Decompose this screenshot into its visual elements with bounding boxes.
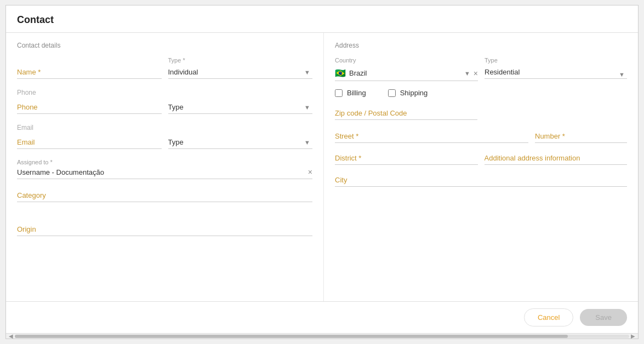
origin-group: [17, 212, 312, 236]
district-input[interactable]: [335, 152, 478, 165]
country-value[interactable]: 🇧🇷 Brazil ▼ ×: [335, 66, 478, 81]
phone-group: [17, 101, 162, 114]
address-type-select[interactable]: Residential Commercial: [485, 66, 627, 79]
save-button[interactable]: Save: [580, 309, 627, 326]
number-field: [535, 130, 627, 143]
street-number-row: [335, 130, 627, 143]
billing-checkbox-item: Billing: [335, 89, 366, 97]
name-input[interactable]: [17, 66, 162, 79]
phone-type-select[interactable]: Type Mobile Home Work: [168, 101, 313, 114]
type-select[interactable]: Individual Company: [168, 66, 313, 79]
phone-section-label: Phone: [17, 89, 312, 96]
email-group: [17, 136, 162, 149]
shipping-label: Shipping: [400, 89, 428, 97]
contact-details-label: Contact details: [17, 42, 312, 49]
left-panel: Contact details Type * Individual Compan…: [6, 33, 324, 301]
phone-input[interactable]: [17, 101, 162, 114]
billing-label: Billing: [347, 89, 366, 97]
phone-type-select-wrapper: Type Mobile Home Work ▼: [168, 101, 313, 114]
category-group: [17, 189, 312, 202]
district-additional-row: [335, 152, 627, 165]
district-field: [335, 152, 478, 165]
number-input[interactable]: [535, 130, 627, 143]
modal-title: Contact: [17, 14, 54, 25]
street-input[interactable]: [335, 130, 528, 143]
modal-body: Contact details Type * Individual Compan…: [6, 33, 638, 301]
zip-row: [335, 107, 627, 120]
additional-field: [485, 152, 628, 165]
zip-input[interactable]: [335, 107, 477, 120]
name-type-row: Type * Individual Company ▼: [17, 57, 312, 79]
street-field: [335, 130, 528, 143]
email-type-select[interactable]: Type Personal Work: [168, 136, 313, 149]
shipping-checkbox-item: Shipping: [388, 89, 428, 97]
scrollbar-thumb[interactable]: [15, 335, 568, 338]
scroll-left-icon[interactable]: ◀: [7, 333, 15, 339]
brazil-flag-icon: 🇧🇷: [335, 68, 346, 78]
origin-input[interactable]: [17, 223, 312, 236]
additional-input[interactable]: [485, 152, 628, 165]
checkbox-row: Billing Shipping: [335, 89, 627, 97]
email-type-select-wrapper: Type Personal Work ▼: [168, 136, 313, 149]
contact-modal: Contact Contact details Type * Individua…: [5, 5, 639, 339]
cancel-button[interactable]: Cancel: [524, 308, 573, 326]
modal-footer: Cancel Save: [6, 301, 638, 333]
assigned-value: Username - Documentação: [17, 168, 305, 176]
type-select-wrapper: Type * Individual Company ▼: [168, 57, 313, 79]
scrollbar-track: [15, 335, 629, 338]
address-section-label: Address: [335, 42, 627, 49]
city-input[interactable]: [335, 174, 627, 187]
scroll-right-icon[interactable]: ▶: [629, 333, 637, 339]
shipping-checkbox[interactable]: [388, 89, 396, 97]
assigned-group: Assigned to * Username - Documentação ×: [17, 159, 312, 179]
scrollbar-area: ◀ ▶: [6, 333, 638, 339]
billing-checkbox[interactable]: [335, 89, 343, 97]
country-chevron-icon: ▼: [464, 70, 470, 77]
address-type-select-wrapper: Type Residential Commercial ▼: [485, 57, 627, 81]
phone-row: Type Mobile Home Work ▼: [17, 101, 312, 114]
email-section-label: Email: [17, 124, 312, 131]
country-text: Brazil: [349, 69, 461, 77]
modal-header: Contact: [6, 5, 638, 33]
type-label: Type *: [168, 57, 313, 64]
country-label: Country: [335, 57, 478, 64]
country-clear-icon[interactable]: ×: [474, 69, 478, 78]
assigned-clear-icon[interactable]: ×: [305, 168, 312, 176]
assigned-row: Username - Documentação ×: [17, 168, 312, 179]
right-panel: Address Country 🇧🇷 Brazil ▼ × Type Resid…: [324, 33, 638, 301]
name-group: [17, 66, 162, 79]
city-row: [335, 174, 627, 187]
country-select-wrap: Country 🇧🇷 Brazil ▼ ×: [335, 57, 478, 81]
assigned-label: Assigned to *: [17, 159, 312, 165]
country-type-row: Country 🇧🇷 Brazil ▼ × Type Residential C…: [335, 57, 627, 81]
email-row: Type Personal Work ▼: [17, 136, 312, 149]
category-input[interactable]: [17, 189, 312, 202]
address-type-label: Type: [485, 57, 627, 64]
email-input[interactable]: [17, 136, 162, 149]
